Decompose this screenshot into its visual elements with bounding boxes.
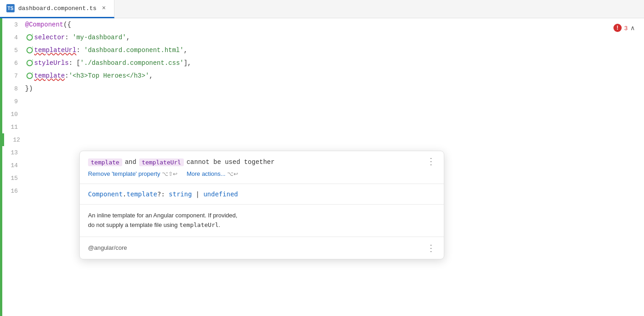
line-number-13: 13 [2,149,25,156]
code-token: template [34,69,65,82]
line-number-14: 14 [2,162,25,169]
tooltip-signature: Component.template?: string | undefined [88,190,436,198]
tooltip-actions: Remove 'template' property ⌥⇧↩ More acti… [88,170,436,177]
remove-template-action[interactable]: Remove 'template' property [88,170,160,177]
ts-badge: TS [6,4,15,12]
code-token: ], [184,57,192,69]
line-number-7: 7 [2,73,25,79]
code-line-8: 8 }) [2,82,644,95]
tooltip-badge-template: template [88,158,122,166]
tooltip-source-row: @angular/core ⋮ [88,243,436,253]
code-token: , [149,69,153,82]
gutter-icon-7: ↑ [26,72,33,79]
tooltip-error-section: template and templateUrl cannot be used … [80,151,444,184]
gutter-icon-6: ↑ [26,59,33,67]
line-content-5: templateUrl: 'dashboard.component.html', [25,44,187,57]
code-token: : [ [69,57,80,69]
signature-separator: | [192,190,203,198]
code-token: : [65,31,73,44]
line-number-6: 6 [2,60,25,67]
line-number-15: 15 [2,175,25,182]
line-content-3: @Component({ [25,18,71,31]
editor-area: ! 3 ∧ 3 @Component({ 4 ↑ selector: 'my-d… [0,18,644,316]
code-line-6: 6 ↑ styleUrls: ['./dashboard.component.c… [2,57,644,69]
code-line-7: 7 ↑ template:'<h3>Top Heroes</h3>', [2,69,644,82]
ci-icon-7: ↑ [26,73,33,79]
line-number-12: 12 [5,137,27,143]
code-token: , [184,44,187,57]
tooltip-signature-section: Component.template?: string | undefined [80,184,444,205]
gutter-icon-4: ↑ [26,34,33,41]
code-line-5: 5 ↑ templateUrl: 'dashboard.component.ht… [2,44,644,57]
tooltip-source-text: @angular/core [88,244,127,251]
more-actions-shortcut: ⌥↩ [227,171,238,177]
line-number-3: 3 [2,21,25,28]
line-content-6: styleUrls: ['./dashboard.component.css']… [25,57,192,69]
code-token: @Component [25,18,63,31]
tooltip-desc-code: templateUrl [179,221,218,228]
code-line-12: 12 [2,133,644,146]
tooltip-error-text-end: cannot be used together [187,158,275,166]
tooltip-error-message: template and templateUrl cannot be used … [88,158,275,166]
line-number-11: 11 [2,124,25,131]
tab-filename: dashboard.component.ts [18,5,97,12]
tab-close-button[interactable]: × [100,5,108,12]
tooltip-error-and: and [125,158,136,166]
signature-property: template [126,190,157,198]
code-token: ({ [63,18,71,31]
code-token: selector [34,31,65,44]
code-token: templateUrl [34,44,76,57]
line-number-10: 10 [2,111,25,118]
code-line-11: 11 [2,121,644,133]
remove-template-shortcut: ⌥⇧↩ [162,171,177,177]
ci-icon-4: ↑ [26,34,33,41]
ci-icon-5: ↑ [26,47,33,53]
code-token: : [65,69,68,82]
error-tooltip-popup: template and templateUrl cannot be used … [79,151,444,259]
tab-bar: TS dashboard.component.ts × [0,0,644,18]
line-content-8: }) [25,82,33,95]
tooltip-badge-templateurl: templateUrl [139,158,184,166]
line-number-16: 16 [2,188,25,195]
tooltip-more-options-button[interactable]: ⋮ [426,158,436,167]
code-token: 'my-dashboard' [73,31,126,44]
code-line-3: 3 @Component({ [2,18,644,31]
line-number-5: 5 [2,47,25,54]
signature-class: Component [88,190,123,198]
tooltip-source-section: @angular/core ⋮ [80,237,444,259]
tooltip-description-section: An inline template for an Angular compon… [80,205,444,237]
code-token: , [126,31,130,44]
code-token: styleUrls [34,57,69,69]
code-token: : [76,44,84,57]
line-number-4: 4 [2,34,25,41]
code-line-4: 4 ↑ selector: 'my-dashboard', [2,31,644,44]
signature-type1: string [169,190,192,198]
code-line-10: 10 [2,108,644,121]
signature-optional: ?: [157,190,169,198]
tooltip-description: An inline template for an Angular compon… [88,211,436,230]
ci-icon-6: ↑ [26,60,33,66]
code-token: 'dashboard.component.html' [84,44,183,57]
gutter-icon-5: ↑ [26,47,33,54]
code-token: '<h3>Top Heroes</h3>' [69,69,149,82]
line-number-8: 8 [2,85,25,92]
line-number-9: 9 [2,98,25,105]
code-token: './dashboard.component.css' [80,57,184,69]
signature-type2: undefined [203,190,238,198]
tooltip-header: template and templateUrl cannot be used … [88,158,436,167]
line-content-7: template:'<h3>Top Heroes</h3>', [25,69,153,82]
code-line-9: 9 [2,95,644,108]
line-content-4: selector: 'my-dashboard', [25,31,130,44]
tooltip-source-more-button[interactable]: ⋮ [426,243,436,253]
code-token: }) [25,82,33,95]
more-actions-link[interactable]: More actions... [187,170,225,177]
file-tab[interactable]: TS dashboard.component.ts × [0,0,114,18]
